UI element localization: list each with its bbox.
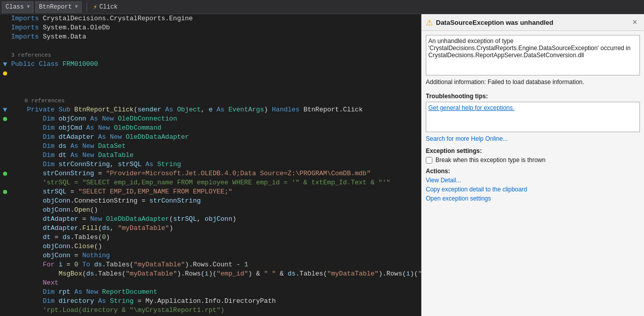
gutter: [0, 196, 10, 206]
open-settings-link[interactable]: Open exception settings: [426, 195, 640, 202]
view-detail-link[interactable]: View Detail...: [426, 177, 640, 184]
line-code: objConn.Close(): [10, 242, 421, 251]
additional-info: Additional information: Failed to load d…: [426, 77, 640, 87]
troubleshoot-box[interactable]: Get general help for exceptions.: [426, 102, 640, 132]
code-line: Imports System.Data: [0, 32, 421, 42]
main-area: Imports CrystalDecisions.CrystalReports.…: [0, 14, 644, 316]
line-code: 0 references: [10, 96, 421, 105]
code-line: dtAdapter = New OleDbDataAdapter(strSQL,…: [0, 215, 421, 224]
class-dropdown[interactable]: Class ▼: [2, 2, 33, 13]
code-line: Dim directory As String = My.Application…: [0, 297, 421, 306]
exception-title: DataSourceException was unhandled: [436, 19, 553, 26]
line-code: Dim strConnString, strSQL As String: [10, 160, 421, 169]
line-code: MsgBox(ds.Tables("myDataTable").Rows(i)(…: [10, 269, 421, 279]
code-line: [0, 78, 421, 87]
class-value-dropdown[interactable]: BtnReport ▼: [35, 2, 82, 13]
code-line: [0, 87, 421, 96]
code-line: strConnString = "Provider=Microsoft.Jet.…: [0, 169, 421, 178]
breakpoint-dot: [3, 172, 7, 176]
code-line: Next: [0, 279, 421, 288]
copy-exception-link[interactable]: Copy exception detail to the clipboard: [426, 186, 640, 193]
gutter: [0, 251, 10, 260]
exception-settings-title: Exception settings:: [426, 147, 640, 154]
gutter: [0, 187, 10, 196]
code-line: objConn.Close(): [0, 242, 421, 251]
code-line: Imports CrystalDecisions.CrystalReports.…: [0, 14, 421, 23]
exception-message-box[interactable]: An unhandled exception of type 'CrystalD…: [426, 35, 640, 75]
gutter: [0, 151, 10, 160]
checkbox-label: Break when this exception type is thrown: [435, 156, 545, 164]
gutter: [0, 51, 10, 60]
checkbox-row: Break when this exception type is thrown: [426, 156, 640, 164]
code-line: 'rpt.Load(directory & "\myCrystalReport1…: [0, 306, 421, 315]
code-line: ▼ Public Class FRM010000: [0, 60, 421, 69]
code-editor[interactable]: Imports CrystalDecisions.CrystalReports.…: [0, 14, 421, 316]
breakpoint-dot: [3, 190, 7, 194]
line-code: objConn.Open(): [10, 206, 421, 215]
exception-message-text: An unhandled exception of type 'CrystalD…: [428, 37, 637, 59]
line-code: 'strSQL = "SELECT emp_id,Emp_name FROM e…: [10, 178, 421, 187]
gutter: [0, 133, 10, 142]
close-button[interactable]: ×: [630, 17, 640, 27]
gutter: [0, 169, 10, 178]
gutter: [0, 224, 10, 233]
gutter: [0, 260, 10, 269]
line-code: Dim objConn As New OleDbConnection: [10, 114, 421, 124]
gutter: [0, 178, 10, 187]
code-line: dt = ds.Tables(0): [0, 233, 421, 242]
troubleshoot-link[interactable]: Get general help for exceptions.: [428, 104, 514, 111]
line-code: 3 references: [10, 51, 421, 60]
line-code: Dim dt As New DataTable: [10, 151, 421, 160]
gutter: [0, 32, 10, 42]
gutter: [0, 78, 10, 87]
breakpoint-dot: [3, 71, 7, 75]
code-line: 3 references: [0, 51, 421, 60]
gutter: [0, 14, 10, 23]
warning-icon: ⚠: [426, 18, 433, 27]
line-code: Dim objCmd As New OleDbCommand: [10, 124, 421, 133]
code-line: objConn.ConnectionString = strConnString: [0, 196, 421, 206]
gutter: [0, 269, 10, 279]
troubleshoot-title: Troubleshooting tips:: [426, 93, 640, 100]
line-code: Next: [10, 279, 421, 288]
gutter: [0, 206, 10, 215]
code-line: Dim ds As New DataSet: [0, 142, 421, 151]
line-code: strSQL = "SELECT EMP_ID,EMP_NAME FROM EM…: [10, 187, 421, 196]
line-code: objConn.ConnectionString = strConnString: [10, 196, 421, 206]
chevron-down-icon2: ▼: [75, 4, 78, 10]
exception-title-row: ⚠ DataSourceException was unhandled: [426, 18, 553, 27]
event-section: ⚡ Click: [90, 3, 120, 11]
exception-panel: ⚠ DataSourceException was unhandled × An…: [421, 14, 644, 316]
code-line: ▼ Private Sub BtnReport_Click(sender As …: [0, 105, 421, 114]
gutter: [0, 87, 10, 96]
gutter: [0, 142, 10, 151]
code-line: For i = 0 To ds.Tables("myDataTable").Ro…: [0, 260, 421, 269]
exception-header: ⚠ DataSourceException was unhandled ×: [422, 14, 644, 31]
code-line: MsgBox(ds.Tables("myDataTable").Rows(i)(…: [0, 269, 421, 279]
break-checkbox[interactable]: [426, 157, 432, 164]
gutter: [0, 23, 10, 32]
line-code: Dim directory As String = My.Application…: [10, 297, 421, 306]
code-line: 'strSQL = "SELECT emp_id,Emp_name FROM e…: [0, 178, 421, 187]
actions-title: Actions:: [426, 168, 640, 175]
line-code: [10, 78, 421, 87]
code-line: [0, 42, 421, 51]
chevron-down-icon: ▼: [27, 4, 30, 10]
line-code: dtAdapter.Fill(ds, "myDataTable"): [10, 224, 421, 233]
gutter: [0, 215, 10, 224]
code-line: objConn.Open(): [0, 206, 421, 215]
code-line: Dim dtAdapter As New OleDbDataAdapter: [0, 133, 421, 142]
line-code: Imports System.Data.OleDb: [10, 23, 421, 32]
gutter: [0, 233, 10, 242]
event-label: Click: [99, 4, 117, 11]
search-help-link[interactable]: Search for more Help Online...: [426, 135, 508, 142]
breakpoint-dot: [3, 117, 7, 121]
code-content: Imports CrystalDecisions.CrystalReports.…: [0, 14, 421, 316]
line-code: Dim dtAdapter As New OleDbDataAdapter: [10, 133, 421, 142]
actions-section: View Detail... Copy exception detail to …: [426, 177, 640, 202]
line-code: [10, 42, 421, 51]
line-code: [10, 87, 421, 96]
code-line: Dim rpt As New ReportDocument: [0, 288, 421, 297]
code-line: strSQL = "SELECT EMP_ID,EMP_NAME FROM EM…: [0, 187, 421, 196]
code-line: Dim objCmd As New OleDbCommand: [0, 124, 421, 133]
